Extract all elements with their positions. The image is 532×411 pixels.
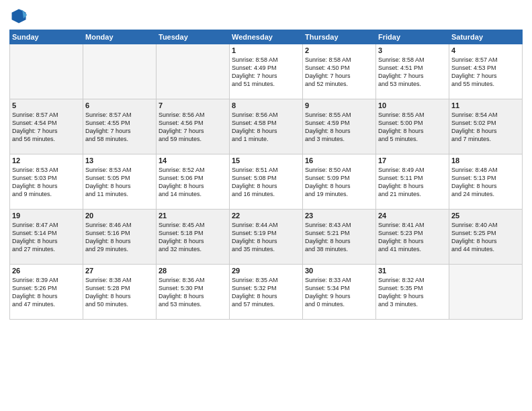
calendar-cell: 3Sunrise: 8:58 AM Sunset: 4:51 PM Daylig…	[376, 44, 449, 99]
calendar-cell: 26Sunrise: 8:39 AM Sunset: 5:26 PM Dayli…	[10, 265, 83, 320]
calendar-cell: 4Sunrise: 8:57 AM Sunset: 4:53 PM Daylig…	[449, 44, 523, 99]
day-number: 29	[232, 267, 300, 275]
day-number: 16	[305, 156, 373, 165]
day-info: Sunrise: 8:50 AM Sunset: 5:09 PM Dayligh…	[305, 166, 373, 199]
day-info: Sunrise: 8:41 AM Sunset: 5:23 PM Dayligh…	[378, 221, 447, 254]
day-number: 8	[232, 101, 300, 109]
day-info: Sunrise: 8:58 AM Sunset: 4:51 PM Dayligh…	[378, 56, 447, 89]
weekday-header: Friday	[376, 30, 449, 44]
calendar-cell	[449, 265, 523, 320]
day-info: Sunrise: 8:56 AM Sunset: 4:56 PM Dayligh…	[159, 111, 227, 144]
calendar-cell: 7Sunrise: 8:56 AM Sunset: 4:56 PM Daylig…	[157, 99, 230, 154]
day-info: Sunrise: 8:43 AM Sunset: 5:21 PM Dayligh…	[305, 221, 373, 254]
page: SundayMondayTuesdayWednesdayThursdayFrid…	[0, 0, 532, 411]
day-info: Sunrise: 8:35 AM Sunset: 5:32 PM Dayligh…	[232, 276, 300, 309]
day-number: 6	[85, 101, 154, 109]
header-row: SundayMondayTuesdayWednesdayThursdayFrid…	[10, 30, 523, 44]
day-number: 17	[378, 156, 447, 165]
calendar-cell: 30Sunrise: 8:33 AM Sunset: 5:34 PM Dayli…	[303, 265, 376, 320]
day-info: Sunrise: 8:53 AM Sunset: 5:05 PM Dayligh…	[85, 166, 154, 199]
calendar-cell: 6Sunrise: 8:57 AM Sunset: 4:55 PM Daylig…	[83, 99, 157, 154]
calendar-cell: 8Sunrise: 8:56 AM Sunset: 4:58 PM Daylig…	[230, 99, 303, 154]
day-info: Sunrise: 8:32 AM Sunset: 5:35 PM Dayligh…	[378, 276, 447, 309]
calendar-cell: 18Sunrise: 8:48 AM Sunset: 5:13 PM Dayli…	[449, 154, 523, 210]
calendar-row: 5Sunrise: 8:57 AM Sunset: 4:54 PM Daylig…	[10, 99, 523, 154]
day-info: Sunrise: 8:57 AM Sunset: 4:53 PM Dayligh…	[451, 56, 520, 89]
calendar-cell: 29Sunrise: 8:35 AM Sunset: 5:32 PM Dayli…	[230, 265, 303, 320]
day-number: 3	[378, 46, 447, 54]
calendar-cell: 24Sunrise: 8:41 AM Sunset: 5:23 PM Dayli…	[376, 210, 449, 265]
calendar-row: 26Sunrise: 8:39 AM Sunset: 5:26 PM Dayli…	[10, 265, 523, 320]
day-number: 25	[451, 212, 520, 220]
day-info: Sunrise: 8:54 AM Sunset: 5:02 PM Dayligh…	[451, 111, 520, 144]
day-number: 18	[451, 156, 520, 165]
day-number: 13	[85, 156, 154, 165]
day-number: 26	[12, 267, 81, 275]
day-info: Sunrise: 8:56 AM Sunset: 4:58 PM Dayligh…	[232, 111, 300, 144]
day-number: 7	[159, 101, 227, 109]
day-number: 10	[378, 101, 447, 109]
day-number: 20	[85, 212, 154, 220]
calendar-row: 19Sunrise: 8:47 AM Sunset: 5:14 PM Dayli…	[10, 210, 523, 265]
day-number: 19	[12, 212, 81, 220]
calendar-cell: 31Sunrise: 8:32 AM Sunset: 5:35 PM Dayli…	[376, 265, 449, 320]
day-info: Sunrise: 8:48 AM Sunset: 5:13 PM Dayligh…	[451, 166, 520, 199]
day-info: Sunrise: 8:49 AM Sunset: 5:11 PM Dayligh…	[378, 166, 447, 199]
calendar-cell: 16Sunrise: 8:50 AM Sunset: 5:09 PM Dayli…	[303, 154, 376, 210]
calendar-cell: 15Sunrise: 8:51 AM Sunset: 5:08 PM Dayli…	[230, 154, 303, 210]
day-info: Sunrise: 8:51 AM Sunset: 5:08 PM Dayligh…	[232, 166, 300, 199]
calendar-cell: 25Sunrise: 8:40 AM Sunset: 5:25 PM Dayli…	[449, 210, 523, 265]
logo-icon	[9, 7, 28, 26]
day-info: Sunrise: 8:53 AM Sunset: 5:03 PM Dayligh…	[12, 166, 81, 199]
calendar-cell: 5Sunrise: 8:57 AM Sunset: 4:54 PM Daylig…	[10, 99, 83, 154]
weekday-header: Tuesday	[157, 30, 230, 44]
day-info: Sunrise: 8:44 AM Sunset: 5:19 PM Dayligh…	[232, 221, 300, 254]
day-number: 2	[305, 46, 373, 54]
day-info: Sunrise: 8:57 AM Sunset: 4:54 PM Dayligh…	[12, 111, 81, 144]
calendar-cell: 27Sunrise: 8:38 AM Sunset: 5:28 PM Dayli…	[83, 265, 157, 320]
logo	[9, 7, 31, 26]
day-number: 28	[159, 267, 227, 275]
calendar-cell: 28Sunrise: 8:36 AM Sunset: 5:30 PM Dayli…	[157, 265, 230, 320]
calendar-cell: 10Sunrise: 8:55 AM Sunset: 5:00 PM Dayli…	[376, 99, 449, 154]
day-number: 27	[85, 267, 154, 275]
calendar-cell: 22Sunrise: 8:44 AM Sunset: 5:19 PM Dayli…	[230, 210, 303, 265]
day-info: Sunrise: 8:58 AM Sunset: 4:50 PM Dayligh…	[305, 56, 373, 89]
day-info: Sunrise: 8:40 AM Sunset: 5:25 PM Dayligh…	[451, 221, 520, 254]
day-info: Sunrise: 8:55 AM Sunset: 5:00 PM Dayligh…	[378, 111, 447, 144]
calendar-cell: 20Sunrise: 8:46 AM Sunset: 5:16 PM Dayli…	[83, 210, 157, 265]
weekday-header: Wednesday	[230, 30, 303, 44]
calendar-cell: 12Sunrise: 8:53 AM Sunset: 5:03 PM Dayli…	[10, 154, 83, 210]
header	[9, 7, 523, 26]
day-number: 23	[305, 212, 373, 220]
day-info: Sunrise: 8:52 AM Sunset: 5:06 PM Dayligh…	[159, 166, 227, 199]
day-info: Sunrise: 8:58 AM Sunset: 4:49 PM Dayligh…	[232, 56, 300, 89]
calendar-cell	[10, 44, 83, 99]
day-number: 1	[232, 46, 300, 54]
day-number: 21	[159, 212, 227, 220]
day-number: 4	[451, 46, 520, 54]
calendar-cell: 21Sunrise: 8:45 AM Sunset: 5:18 PM Dayli…	[157, 210, 230, 265]
day-number: 9	[305, 101, 373, 109]
calendar-cell: 1Sunrise: 8:58 AM Sunset: 4:49 PM Daylig…	[230, 44, 303, 99]
day-number: 5	[12, 101, 81, 109]
calendar-cell: 14Sunrise: 8:52 AM Sunset: 5:06 PM Dayli…	[157, 154, 230, 210]
day-info: Sunrise: 8:38 AM Sunset: 5:28 PM Dayligh…	[85, 276, 154, 309]
day-info: Sunrise: 8:33 AM Sunset: 5:34 PM Dayligh…	[305, 276, 373, 309]
day-number: 22	[232, 212, 300, 220]
day-number: 14	[159, 156, 227, 165]
day-info: Sunrise: 8:39 AM Sunset: 5:26 PM Dayligh…	[12, 276, 81, 309]
day-number: 30	[305, 267, 373, 275]
day-info: Sunrise: 8:46 AM Sunset: 5:16 PM Dayligh…	[85, 221, 154, 254]
day-number: 11	[451, 101, 520, 109]
calendar-row: 12Sunrise: 8:53 AM Sunset: 5:03 PM Dayli…	[10, 154, 523, 210]
day-info: Sunrise: 8:36 AM Sunset: 5:30 PM Dayligh…	[159, 276, 227, 309]
weekday-header: Monday	[83, 30, 157, 44]
calendar-cell: 17Sunrise: 8:49 AM Sunset: 5:11 PM Dayli…	[376, 154, 449, 210]
day-number: 12	[12, 156, 81, 165]
weekday-header: Saturday	[449, 30, 523, 44]
calendar-cell	[83, 44, 157, 99]
calendar-cell: 19Sunrise: 8:47 AM Sunset: 5:14 PM Dayli…	[10, 210, 83, 265]
day-info: Sunrise: 8:57 AM Sunset: 4:55 PM Dayligh…	[85, 111, 154, 144]
day-number: 15	[232, 156, 300, 165]
